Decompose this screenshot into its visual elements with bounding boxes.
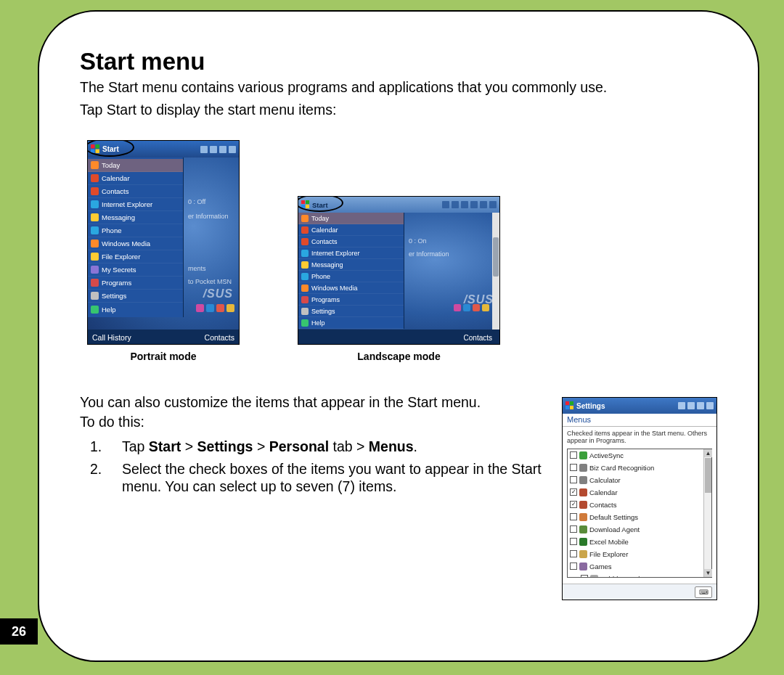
app-icon <box>91 253 99 261</box>
app-icon <box>91 306 99 314</box>
start-menu-item[interactable]: Programs <box>298 294 404 306</box>
start-menu-item[interactable]: Phone <box>298 271 404 282</box>
app-icon <box>91 292 99 300</box>
windows-flag-icon <box>565 401 574 410</box>
start-menu-item[interactable]: Internet Explorer <box>298 248 404 259</box>
start-menu-item[interactable]: Calendar <box>88 172 183 185</box>
start-menu-item[interactable]: Today <box>298 213 404 224</box>
checkbox[interactable] <box>570 451 577 459</box>
app-icon <box>91 174 99 182</box>
menu-item-label: Programs <box>311 296 340 303</box>
start-button[interactable]: Start <box>102 145 119 153</box>
app-icon <box>91 213 99 221</box>
softkey-left[interactable]: Call History <box>92 333 131 342</box>
menus-list-item[interactable]: Biz Card Recognition <box>568 462 703 474</box>
menus-list-item[interactable]: Default Settings <box>568 511 703 523</box>
list-item-label: Calculator <box>589 476 621 484</box>
start-menu-item[interactable]: Today <box>88 159 183 172</box>
start-menu[interactable]: TodayCalendarContactsInternet ExplorerMe… <box>88 158 184 317</box>
start-menu-item[interactable]: Calendar <box>298 224 404 236</box>
start-menu-item[interactable]: Windows Media <box>88 237 183 250</box>
list-item-label: Bubble Breaker <box>600 575 648 577</box>
bg-text: er Information <box>188 213 229 220</box>
start-menu-item[interactable]: Windows Media <box>298 282 404 294</box>
manual-page: Start menu The Start menu contains vario… <box>38 10 759 662</box>
svg-rect-1 <box>96 144 99 148</box>
app-icon <box>301 250 309 257</box>
windows-flag-icon <box>301 200 310 209</box>
softkey-right[interactable]: Contacts <box>205 333 234 342</box>
start-menu-item[interactable]: Settings <box>298 306 404 317</box>
command-bar: ⌨ <box>563 584 716 600</box>
system-tray <box>678 402 714 409</box>
start-menu-item[interactable]: Messaging <box>88 211 183 224</box>
start-button[interactable]: Start <box>312 201 328 209</box>
start-menu-item[interactable]: Messaging <box>298 259 404 271</box>
svg-rect-2 <box>91 150 94 153</box>
menus-list-item[interactable]: Excel Mobile <box>568 536 703 548</box>
start-menu-item[interactable]: Settings <box>88 290 183 303</box>
taskbar: Start <box>88 141 239 158</box>
start-menu-item[interactable]: Help <box>298 317 404 329</box>
app-icon <box>91 200 99 208</box>
section-label: Menus <box>563 414 716 427</box>
app-icon <box>579 451 587 459</box>
svg-rect-0 <box>91 144 94 148</box>
svg-rect-3 <box>96 150 99 153</box>
menu-item-label: Windows Media <box>102 240 150 248</box>
taskbar: Start <box>298 197 499 213</box>
start-menu-item[interactable]: Programs <box>88 277 183 290</box>
start-menu-item[interactable]: My Secrets <box>88 263 183 277</box>
menus-list[interactable]: ActiveSyncBiz Card RecognitionCalculator… <box>568 449 703 577</box>
start-menu-item[interactable]: Internet Explorer <box>88 198 183 211</box>
checkbox[interactable] <box>570 464 577 471</box>
bg-text: er Information <box>409 250 449 258</box>
app-icon <box>579 525 587 533</box>
checkbox[interactable] <box>570 513 577 520</box>
menus-list-item[interactable]: Contacts <box>568 499 703 511</box>
lower-text: You can also customize the items that ap… <box>80 394 543 499</box>
checkbox[interactable] <box>570 550 577 557</box>
app-icon <box>91 187 99 195</box>
menu-item-label: Help <box>102 306 116 314</box>
menu-item-label: Programs <box>102 279 131 287</box>
menu-item-label: Windows Media <box>311 285 358 292</box>
scroll-thumb[interactable] <box>705 458 711 493</box>
menus-list-item[interactable]: Games <box>568 560 703 573</box>
start-menu-item[interactable]: Contacts <box>88 185 183 198</box>
scroll-down-icon[interactable]: ▼ <box>704 569 712 577</box>
menus-list-item[interactable]: Calendar <box>568 486 703 499</box>
checkbox[interactable] <box>570 488 577 496</box>
app-icon <box>579 538 587 546</box>
app-icon <box>301 296 309 303</box>
device-settings-menus: Settings Menus Checked items appear in t… <box>562 397 717 600</box>
system-tray <box>200 146 236 153</box>
bg-text: ments <box>188 265 206 272</box>
checkbox[interactable] <box>570 525 577 533</box>
app-icon <box>579 562 587 570</box>
menus-list-item[interactable]: ActiveSync <box>568 449 703 462</box>
checkbox[interactable] <box>581 575 588 577</box>
asus-logo: /SUS <box>203 287 233 300</box>
menus-list-item[interactable]: Download Agent <box>568 523 703 536</box>
scroll-up-icon[interactable]: ▲ <box>704 449 712 457</box>
list-item-label: File Explorer <box>589 550 628 558</box>
checkbox[interactable] <box>570 538 577 545</box>
checkbox[interactable] <box>570 562 577 570</box>
start-menu-item[interactable]: File Explorer <box>88 250 183 263</box>
start-menu-item[interactable]: Contacts <box>298 236 404 248</box>
menu-item-label: My Secrets <box>102 266 136 274</box>
softkey-right[interactable]: Contacts <box>464 334 492 342</box>
menus-list-item[interactable]: Bubble Breaker <box>568 573 703 577</box>
scrollbar[interactable] <box>492 213 499 330</box>
start-menu-item[interactable]: Phone <box>88 224 183 237</box>
checkbox[interactable] <box>570 501 577 508</box>
customize-line: You can also customize the items that ap… <box>80 394 543 411</box>
scrollbar[interactable]: ▲ ▼ <box>703 449 711 577</box>
menus-list-item[interactable]: File Explorer <box>568 548 703 560</box>
start-menu-item[interactable]: Help <box>88 303 183 316</box>
menus-list-item[interactable]: Calculator <box>568 474 703 486</box>
start-menu[interactable]: TodayCalendarContactsInternet ExplorerMe… <box>298 213 404 329</box>
checkbox[interactable] <box>570 476 577 483</box>
keyboard-icon[interactable]: ⌨ <box>695 586 712 598</box>
